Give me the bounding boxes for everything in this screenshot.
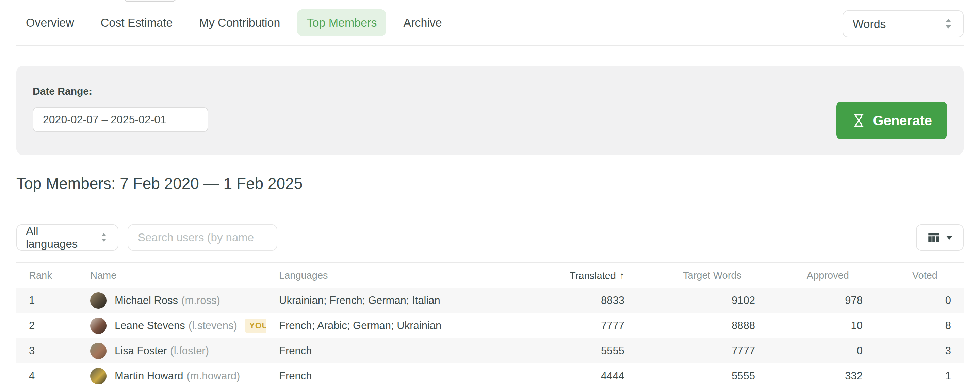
metric-unit-select[interactable]: Words — [843, 10, 964, 37]
languages-cell: French — [266, 370, 556, 382]
rank-cell: 2 — [16, 320, 78, 332]
name-cell: Martin Howard(m.howard) — [78, 368, 266, 384]
tabbar-divider — [16, 45, 964, 46]
member-name-link[interactable]: Martin Howard — [115, 370, 183, 382]
columns-icon — [927, 231, 941, 245]
avatar — [90, 368, 107, 384]
header-name[interactable]: Name — [78, 270, 266, 281]
approved-cell: 978 — [755, 294, 862, 307]
table-row: 1Michael Ross(m.ross)Ukrainian; French; … — [16, 288, 964, 313]
date-range-label: Date Range: — [33, 86, 92, 97]
select-updown-icon — [943, 17, 953, 31]
voted-cell: 3 — [862, 345, 964, 357]
voted-cell: 0 — [862, 294, 964, 307]
top-members-table: Rank Name Languages Translated↑ Target W… — [16, 262, 964, 388]
table-row: 2Leane Stevens(l.stevens)YOUFrench; Arab… — [16, 313, 964, 338]
translated-cell: 8833 — [556, 294, 624, 307]
languages-cell: French; Arabic; German; Ukrainian — [266, 320, 556, 332]
name-cell: Lisa Foster(l.foster) — [78, 343, 266, 359]
table-filters: All languages — [16, 224, 964, 251]
member-username: (l.stevens) — [189, 320, 237, 332]
header-languages[interactable]: Languages — [266, 270, 556, 281]
member-username: (m.ross) — [181, 294, 220, 307]
member-name-link[interactable]: Michael Ross — [115, 294, 178, 307]
header-rank[interactable]: Rank — [16, 270, 78, 281]
approved-cell: 10 — [755, 320, 862, 332]
approved-cell: 332 — [755, 370, 862, 382]
table-row: 3Lisa Foster(l.foster)French5555777703 — [16, 338, 964, 364]
name-cell: Leane Stevens(l.stevens)YOU — [78, 318, 266, 334]
generate-button[interactable]: Generate — [837, 102, 947, 139]
report-tabs: Overview Cost Estimate My Contribution T… — [16, 0, 964, 45]
member-username: (m.howard) — [187, 370, 240, 382]
member-name-link[interactable]: Lisa Foster — [115, 345, 167, 357]
header-translated-label: Translated — [570, 270, 616, 281]
table-header-row: Rank Name Languages Translated↑ Target W… — [16, 263, 964, 288]
member-name-link[interactable]: Leane Stevens — [115, 320, 185, 332]
target-words-cell: 9102 — [624, 294, 755, 307]
rank-cell: 4 — [16, 370, 78, 382]
date-range-input[interactable] — [33, 107, 208, 132]
caret-down-icon — [946, 235, 953, 240]
sort-asc-icon: ↑ — [619, 270, 624, 281]
avatar — [90, 293, 107, 309]
hourglass-icon — [851, 113, 866, 128]
select-updown-icon — [99, 231, 109, 244]
language-filter-value: All languages — [26, 225, 93, 251]
avatar — [90, 343, 107, 359]
page-title: Top Members: 7 Feb 2020 — 1 Feb 2025 — [16, 174, 302, 192]
name-cell: Michael Ross(m.ross) — [78, 293, 266, 309]
report-settings-panel: Date Range: Generate — [16, 66, 964, 155]
voted-cell: 1 — [862, 370, 964, 382]
column-settings-button[interactable] — [916, 224, 964, 251]
target-words-cell: 7777 — [624, 345, 755, 357]
rank-cell: 3 — [16, 345, 78, 357]
header-voted[interactable]: Voted — [862, 270, 964, 281]
member-username: (l.foster) — [170, 345, 209, 357]
you-badge: YOU — [245, 318, 266, 333]
tab-my-contribution[interactable]: My Contribution — [189, 9, 290, 36]
header-target-words[interactable]: Target Words — [624, 270, 755, 281]
avatar — [90, 318, 107, 334]
tab-top-members[interactable]: Top Members — [297, 9, 386, 36]
header-approved[interactable]: Approved — [755, 270, 862, 281]
search-users-input[interactable] — [127, 224, 277, 251]
header-translated-sorted[interactable]: Translated↑ — [556, 270, 624, 281]
languages-cell: Ukrainian; French; German; Italian — [266, 294, 556, 307]
languages-cell: French — [266, 345, 556, 357]
voted-cell: 8 — [862, 320, 964, 332]
translated-cell: 5555 — [556, 345, 624, 357]
table-body: 1Michael Ross(m.ross)Ukrainian; French; … — [16, 288, 964, 388]
metric-unit-value: Words — [853, 17, 886, 31]
tab-archive[interactable]: Archive — [394, 9, 451, 36]
generate-button-label: Generate — [873, 113, 932, 128]
approved-cell: 0 — [755, 345, 862, 357]
tab-overview[interactable]: Overview — [16, 9, 84, 36]
table-row: 4Martin Howard(m.howard)French4444555533… — [16, 364, 964, 388]
translated-cell: 7777 — [556, 320, 624, 332]
target-words-cell: 8888 — [624, 320, 755, 332]
language-filter-select[interactable]: All languages — [16, 224, 118, 251]
translated-cell: 4444 — [556, 370, 624, 382]
tab-cost-estimate[interactable]: Cost Estimate — [91, 9, 182, 36]
target-words-cell: 5555 — [624, 370, 755, 382]
rank-cell: 1 — [16, 294, 78, 307]
